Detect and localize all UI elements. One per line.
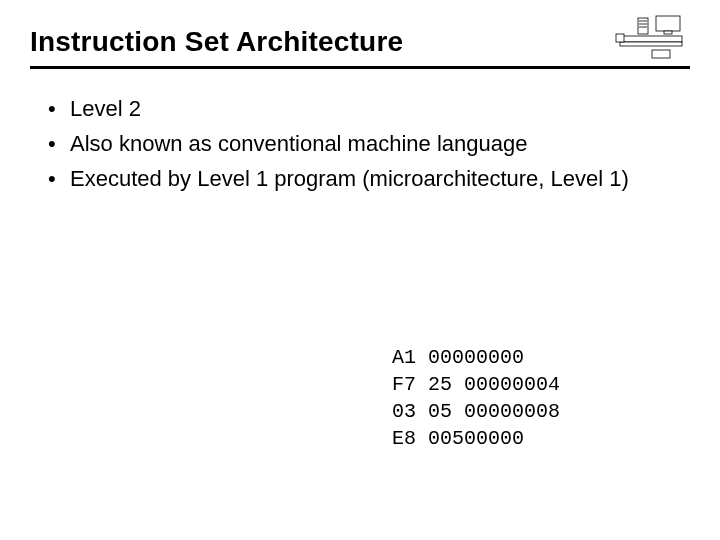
svg-rect-1: [664, 31, 672, 34]
svg-rect-8: [652, 50, 670, 58]
machine-code-block: A1 00000000 F7 25 00000004 03 05 0000000…: [392, 344, 560, 452]
architecture-diagram-icon: [614, 14, 688, 60]
svg-rect-2: [638, 18, 648, 34]
svg-rect-0: [656, 16, 680, 31]
bullet-item: • Executed by Level 1 program (microarch…: [48, 162, 680, 195]
bullet-text: Executed by Level 1 program (microarchit…: [70, 162, 680, 195]
bullet-marker: •: [48, 162, 70, 195]
bullet-item: • Level 2: [48, 92, 680, 125]
bullet-item: • Also known as conventional machine lan…: [48, 127, 680, 160]
bullet-marker: •: [48, 92, 70, 125]
slide-title: Instruction Set Architecture: [30, 26, 690, 58]
code-line: F7 25 00000004: [392, 373, 560, 396]
code-line: E8 00500000: [392, 427, 524, 450]
svg-rect-6: [620, 36, 682, 42]
code-line: A1 00000000: [392, 346, 524, 369]
bullet-marker: •: [48, 127, 70, 160]
slide: Instruction Set Architecture: [0, 0, 720, 540]
bullet-text: Also known as conventional machine langu…: [70, 127, 680, 160]
bullet-text: Level 2: [70, 92, 680, 125]
bullet-list: • Level 2 • Also known as conventional m…: [48, 92, 680, 197]
slide-header: Instruction Set Architecture: [30, 26, 690, 69]
code-line: 03 05 00000008: [392, 400, 560, 423]
svg-rect-9: [616, 34, 624, 42]
svg-rect-7: [620, 42, 682, 46]
